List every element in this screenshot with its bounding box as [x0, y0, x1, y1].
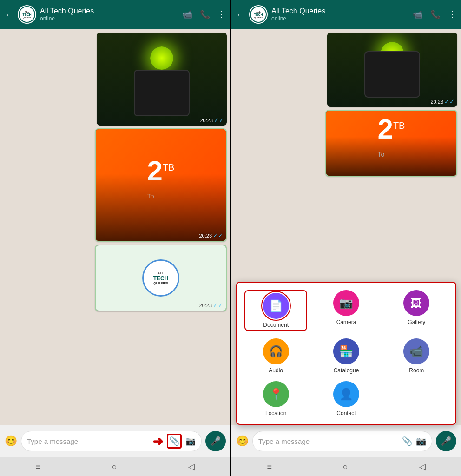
- right-input-bar: 😊 Type a message 📎 📷 🎤: [231, 425, 461, 457]
- mic-button[interactable]: 🎤: [205, 431, 226, 451]
- left-chat-area: 20:23 ✓✓ 2TBTo 20:23 ✓✓: [0, 29, 230, 425]
- message-image-1: 20:23 ✓✓: [97, 33, 227, 126]
- document-label: Document: [263, 322, 289, 328]
- double-check-icon-3: ✓✓: [213, 302, 223, 309]
- right-attach-button[interactable]: 📎: [402, 436, 412, 446]
- attach-menu-grid: 📄 Document 📷 Camera 🖼 Gallery: [244, 290, 448, 416]
- room-label: Room: [409, 367, 424, 374]
- right-emoji-button[interactable]: 😊: [236, 435, 249, 447]
- left-header: ← ALL TECH QUERIES All Tech Queries onli…: [0, 0, 230, 29]
- attach-item-gallery[interactable]: 🖼 Gallery: [385, 290, 448, 331]
- right-chat-area: 20:23 ✓✓ 2TBTo 📄: [231, 29, 461, 425]
- gallery-icon-symbol: 🖼: [411, 297, 422, 310]
- attach-item-document[interactable]: 📄 Document: [244, 290, 307, 331]
- right-header: ← ALL TECH QUERIES All Tech Queries onli…: [231, 0, 461, 29]
- logo-big: ALL TECH QUERIES: [142, 259, 179, 297]
- location-label: Location: [265, 410, 286, 416]
- right-header-actions: 📹 📞 ⋮: [413, 9, 456, 20]
- right-message-1: 20:23 ✓✓: [327, 33, 457, 107]
- right-nav-bar: ≡ ○ ◁: [231, 457, 461, 476]
- phone-call-icon[interactable]: 📞: [200, 9, 210, 20]
- right-chat-status: online: [271, 15, 409, 22]
- right-nav-menu-icon[interactable]: ≡: [267, 462, 272, 472]
- device-shape-visual: [134, 70, 190, 116]
- location-icon-symbol: 📍: [269, 388, 283, 401]
- nav-home-icon[interactable]: ○: [112, 462, 117, 472]
- right-more-options-icon[interactable]: ⋮: [448, 9, 456, 20]
- attach-item-contact[interactable]: 👤 Contact: [315, 381, 377, 416]
- right-message-image-2: 2TBTo: [326, 111, 456, 176]
- message-input-container: Type a message ➜ 📎 📷: [21, 431, 202, 451]
- left-input-bar: 😊 Type a message ➜ 📎 📷 🎤: [0, 425, 230, 457]
- emoji-button[interactable]: 😊: [5, 435, 17, 447]
- camera-input-button[interactable]: 📷: [185, 436, 196, 446]
- audio-icon: 🎧: [263, 338, 289, 364]
- right-device-shape: [364, 51, 420, 98]
- right-message-time-1: 20:23 ✓✓: [430, 98, 454, 105]
- message-image-2: 2TBTo 20:23 ✓✓: [96, 129, 226, 241]
- right-phone-call-icon[interactable]: 📞: [430, 9, 441, 20]
- dark-overlay: [96, 174, 226, 241]
- back-button[interactable]: ←: [5, 9, 14, 20]
- right-dark-overlay: [326, 137, 456, 176]
- right-double-check-1: ✓✓: [444, 98, 454, 105]
- right-message-image-1: 20:23 ✓✓: [327, 33, 457, 107]
- right-header-info: All Tech Queries online: [271, 7, 409, 22]
- location-icon: 📍: [263, 381, 289, 407]
- right-message-placeholder[interactable]: Type a message: [258, 437, 398, 445]
- chat-status: online: [40, 15, 178, 22]
- left-phone-panel: ← ALL TECH QUERIES All Tech Queries onli…: [0, 0, 230, 476]
- right-message-2: 2TBTo: [325, 110, 457, 177]
- right-camera-input-button[interactable]: 📷: [416, 436, 426, 446]
- right-mic-icon: 🎤: [441, 436, 451, 446]
- right-video-call-icon[interactable]: 📹: [413, 9, 423, 20]
- gallery-label: Gallery: [408, 319, 425, 325]
- green-glow-visual: [150, 46, 173, 70]
- mic-icon: 🎤: [211, 436, 221, 446]
- attach-item-catalogue[interactable]: 🏪 Catalogue: [315, 338, 377, 374]
- right-avatar: ALL TECH QUERIES: [249, 5, 268, 24]
- camera-label: Camera: [336, 319, 356, 325]
- more-options-icon[interactable]: ⋮: [217, 9, 226, 20]
- message-image-3: ALL TECH QUERIES 20:23 ✓✓: [96, 245, 226, 311]
- right-mic-button[interactable]: 🎤: [436, 431, 456, 451]
- attach-item-camera[interactable]: 📷 Camera: [315, 290, 377, 331]
- catalogue-icon-symbol: 🏪: [339, 345, 353, 358]
- attach-item-location[interactable]: 📍 Location: [244, 381, 307, 416]
- right-nav-home-icon[interactable]: ○: [343, 462, 348, 472]
- header-actions: 📹 📞 ⋮: [182, 9, 226, 20]
- double-check-icon-2: ✓✓: [213, 232, 223, 239]
- contact-icon: 👤: [333, 381, 359, 407]
- camera-icon-symbol: 📷: [339, 297, 353, 310]
- message-3: ↪ ALL TECH QUERIES 20:23 ✓✓: [95, 245, 227, 311]
- attach-item-audio[interactable]: 🎧 Audio: [244, 338, 307, 374]
- right-back-button[interactable]: ←: [236, 9, 245, 20]
- catalogue-label: Catalogue: [334, 367, 359, 374]
- message-time-2: 20:23 ✓✓: [199, 232, 223, 239]
- attach-button-highlight: 📎: [167, 434, 182, 449]
- message-time-3: 20:23 ✓✓: [199, 302, 223, 309]
- audio-icon-symbol: 🎧: [269, 345, 283, 358]
- room-icon: 📹: [403, 338, 429, 364]
- audio-label: Audio: [269, 367, 283, 374]
- camera-icon: 📷: [333, 290, 359, 316]
- message-1: 20:23 ✓✓: [97, 33, 227, 126]
- gallery-icon: 🖼: [403, 290, 429, 316]
- chat-name: All Tech Queries: [40, 7, 178, 15]
- nav-back-icon[interactable]: ◁: [188, 462, 195, 472]
- message-time-1: 20:23 ✓✓: [200, 117, 224, 124]
- right-phone-panel: ← ALL TECH QUERIES All Tech Queries onli…: [230, 0, 461, 476]
- avatar: ALL TECH QUERIES: [18, 5, 36, 24]
- contact-icon-symbol: 👤: [339, 388, 353, 401]
- message-placeholder[interactable]: Type a message: [27, 437, 149, 445]
- nav-menu-icon[interactable]: ≡: [36, 462, 41, 472]
- left-nav-bar: ≡ ○ ◁: [0, 457, 230, 476]
- document-icon-symbol: 📄: [269, 299, 283, 312]
- attach-item-room[interactable]: 📹 Room: [385, 338, 448, 374]
- attach-button[interactable]: 📎: [169, 436, 179, 446]
- double-check-icon: ✓✓: [214, 117, 224, 124]
- header-info: All Tech Queries online: [40, 7, 178, 22]
- message-2: 2TBTo 20:23 ✓✓: [95, 128, 227, 242]
- video-call-icon[interactable]: 📹: [182, 9, 192, 20]
- right-nav-back-icon[interactable]: ◁: [419, 462, 426, 472]
